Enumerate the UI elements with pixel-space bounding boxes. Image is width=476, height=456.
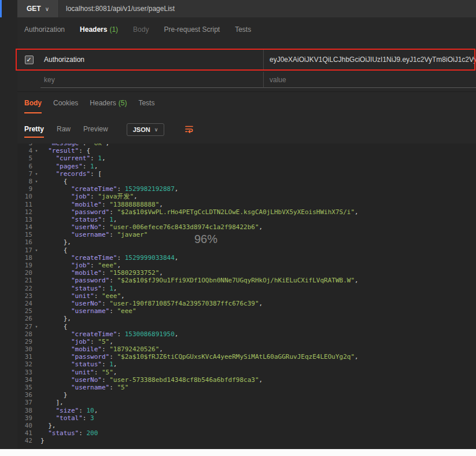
line-number[interactable]: 42 xyxy=(17,437,32,444)
chevron-down-icon: ∨ xyxy=(154,127,158,133)
code-text: { xyxy=(40,323,67,330)
response-tab-cookies[interactable]: Cookies xyxy=(53,94,78,113)
view-tab-pretty[interactable]: Pretty xyxy=(24,122,44,138)
line-number[interactable]: 4 xyxy=(17,147,32,155)
active-tab-accent xyxy=(0,0,2,17)
response-view-bar: Pretty Raw Preview JSON ∨ xyxy=(17,118,476,141)
line-number[interactable]: 31 xyxy=(17,353,32,361)
line-number[interactable]: 13 xyxy=(17,216,32,223)
fold-caret-icon[interactable]: ▾ xyxy=(32,170,40,178)
line-number[interactable]: 6 xyxy=(17,163,32,170)
code-line: 8▾ { xyxy=(17,178,476,185)
line-number[interactable]: 38 xyxy=(17,407,32,414)
line-number[interactable]: 39 xyxy=(17,414,32,422)
line-number[interactable]: 8 xyxy=(17,178,32,185)
format-dropdown[interactable]: JSON ∨ xyxy=(127,123,165,136)
code-line: 35 "username": "5" xyxy=(17,384,476,391)
line-number[interactable]: 14 xyxy=(17,223,32,231)
code-text: "status": 1, xyxy=(40,361,117,368)
response-tab-headers[interactable]: Headers(5) xyxy=(90,94,127,113)
fold-caret-icon xyxy=(32,216,40,223)
header-row: ✓ Authorization eyJ0eXAiOiJKV1QiLCJhbGci… xyxy=(17,50,476,69)
code-text: "username": "javaer" xyxy=(40,231,147,238)
fold-caret-icon xyxy=(32,422,40,429)
fold-caret-icon[interactable]: ▾ xyxy=(32,323,40,330)
line-number[interactable]: 37 xyxy=(17,399,32,406)
line-number[interactable]: 33 xyxy=(17,369,32,376)
fold-caret-icon xyxy=(32,369,40,376)
method-selector[interactable]: GET ∨ xyxy=(17,0,59,17)
line-number[interactable]: 18 xyxy=(17,254,32,262)
fold-caret-icon xyxy=(32,399,40,406)
line-number[interactable]: 5 xyxy=(17,155,32,162)
tab-headers[interactable]: Headers(1) xyxy=(80,25,118,34)
code-line: 11 "mobile": "13888888888", xyxy=(17,201,476,208)
line-number[interactable]: 16 xyxy=(17,238,32,246)
line-number[interactable]: 19 xyxy=(17,262,32,269)
wrap-text-button[interactable] xyxy=(184,124,194,136)
tab-body[interactable]: Body xyxy=(133,25,149,34)
fold-caret-icon[interactable]: ▾ xyxy=(32,147,40,155)
line-number[interactable]: 20 xyxy=(17,269,32,277)
line-number[interactable]: 30 xyxy=(17,345,32,353)
line-number[interactable]: 17 xyxy=(17,247,32,254)
code-text: }, xyxy=(40,238,71,246)
fold-caret-icon xyxy=(32,307,40,315)
line-number[interactable]: 22 xyxy=(17,285,32,292)
line-number[interactable]: 25 xyxy=(17,307,32,315)
code-text: "size": 10, xyxy=(40,407,98,414)
line-number[interactable]: 36 xyxy=(17,391,32,399)
code-text: "userNo": "user-573388ebd14348cf8b546a6b… xyxy=(40,376,263,384)
code-text: "username": "eee" xyxy=(40,307,136,315)
line-number[interactable]: 40 xyxy=(17,422,32,429)
value-placeholder: value xyxy=(270,76,286,84)
line-number[interactable]: 10 xyxy=(17,193,32,200)
line-number[interactable]: 29 xyxy=(17,338,32,345)
code-text: "job": "java开发", xyxy=(40,193,138,200)
line-number[interactable]: 11 xyxy=(17,201,32,208)
new-header-key-input[interactable]: key xyxy=(40,72,263,88)
fold-caret-icon xyxy=(32,391,40,399)
response-tab-tests[interactable]: Tests xyxy=(138,94,154,113)
response-divider xyxy=(17,91,476,92)
line-number[interactable]: 26 xyxy=(17,315,32,322)
line-number[interactable]: 28 xyxy=(17,330,32,338)
fold-caret-icon xyxy=(32,201,40,208)
fold-caret-icon[interactable]: ▾ xyxy=(32,178,40,185)
line-number[interactable]: 41 xyxy=(17,429,32,437)
line-number[interactable]: 23 xyxy=(17,292,32,300)
url-text: localhost:8081/api/v1/user/pageList xyxy=(66,5,175,13)
response-tab-body[interactable]: Body xyxy=(24,94,42,113)
new-header-value-input[interactable]: value xyxy=(263,72,476,88)
line-number[interactable]: 7 xyxy=(17,170,32,178)
tab-pre-request-script[interactable]: Pre-request Script xyxy=(164,25,220,34)
line-number[interactable]: 35 xyxy=(17,384,32,391)
response-body-viewer[interactable]: 3 "message": "ok",4▾ "result": {5 "curre… xyxy=(17,144,476,449)
fold-caret-icon xyxy=(32,193,40,200)
line-number[interactable]: 12 xyxy=(17,208,32,216)
view-tab-raw[interactable]: Raw xyxy=(57,122,71,138)
line-number[interactable]: 9 xyxy=(17,185,32,193)
url-input[interactable]: localhost:8081/api/v1/user/pageList xyxy=(59,0,476,17)
tab-tests[interactable]: Tests xyxy=(235,25,251,34)
code-lines: 3 "message": "ok",4▾ "result": {5 "curre… xyxy=(17,144,476,445)
line-number[interactable]: 32 xyxy=(17,361,32,368)
fold-caret-icon xyxy=(32,269,40,277)
line-number[interactable]: 24 xyxy=(17,300,32,307)
line-number[interactable]: 21 xyxy=(17,277,32,284)
header-key-field[interactable]: Authorization xyxy=(40,50,263,69)
code-line: 14 "userNo": "user-006efece76c8433d8974c… xyxy=(17,223,476,231)
request-tabs: Authorization Headers(1) Body Pre-reques… xyxy=(17,17,476,42)
code-line: 32 "status": 1, xyxy=(17,361,476,368)
tab-authorization[interactable]: Authorization xyxy=(24,25,65,34)
header-enabled-checkbox[interactable]: ✓ xyxy=(25,56,34,64)
line-number[interactable]: 15 xyxy=(17,231,32,238)
code-line: 36 } xyxy=(17,391,476,399)
view-tab-preview[interactable]: Preview xyxy=(83,122,108,138)
code-line: 13 "status": 1, xyxy=(17,216,476,223)
tab-count: (5) xyxy=(119,99,127,107)
header-value-field[interactable]: eyJ0eXAiOiJKV1QiLCJhbGciOiJIUzI1NiJ9.eyJ… xyxy=(263,50,476,69)
line-number[interactable]: 27 xyxy=(17,323,32,330)
fold-caret-icon[interactable]: ▾ xyxy=(32,247,40,254)
line-number[interactable]: 34 xyxy=(17,376,32,384)
